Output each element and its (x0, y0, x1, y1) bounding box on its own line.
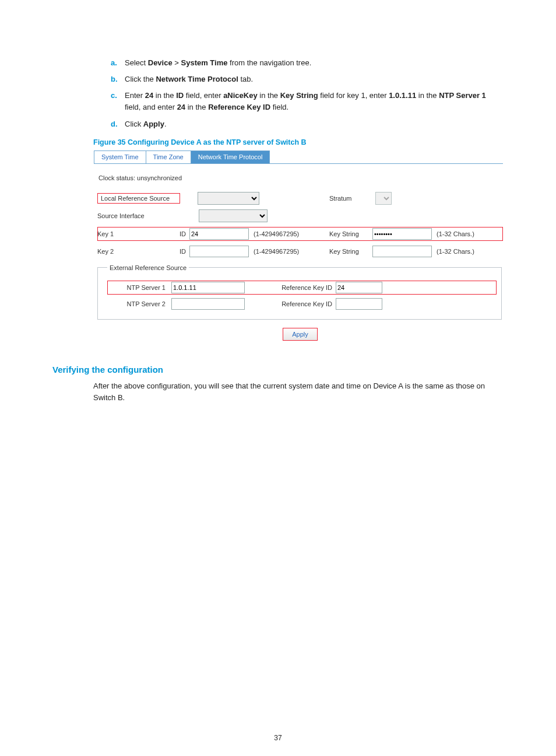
ref-key2-input[interactable] (336, 298, 382, 310)
source-interface-select[interactable] (199, 209, 268, 222)
stratum-label: Stratum (329, 195, 352, 202)
source-interface-label: Source Interface (97, 212, 178, 219)
key2-id-label: ID (152, 248, 189, 255)
step-a: a. Select Device > System Time from the … (111, 57, 504, 69)
clock-status: Clock status: unsynchronized (98, 174, 503, 181)
stratum-select[interactable] (375, 192, 392, 205)
step-c: c. Enter 24 in the ID field, enter aNice… (111, 90, 504, 113)
key2-id-hint: (1-4294967295) (249, 248, 313, 255)
key1-id-hint: (1-4294967295) (249, 230, 313, 237)
tab-time-zone[interactable]: Time Zone (146, 150, 191, 163)
ntp-server1-input[interactable] (171, 282, 245, 293)
key2-id-input[interactable] (189, 246, 249, 257)
instruction-list: a. Select Device > System Time from the … (52, 57, 504, 130)
key1-id-input[interactable] (189, 228, 249, 240)
step-d: d. Click Apply. (111, 118, 504, 130)
tab-system-time[interactable]: System Time (94, 150, 146, 163)
external-reference-fieldset: External Reference Source NTP Server 1 R… (97, 264, 502, 320)
local-ref-select[interactable] (198, 192, 259, 205)
key2-string-input[interactable] (372, 246, 432, 257)
key2-string-label: Key String (313, 248, 372, 255)
key1-label: Key 1 (97, 230, 152, 237)
section-heading: Verifying the configuration (52, 365, 504, 374)
page-number: 37 (0, 734, 556, 742)
tab-bar: System Time Time Zone Network Time Proto… (94, 150, 503, 164)
key2-label: Key 2 (97, 248, 152, 255)
screenshot-figure: System Time Time Zone Network Time Proto… (93, 150, 504, 348)
ref-key1-input[interactable] (336, 282, 382, 293)
step-b: b. Click the Network Time Protocol tab. (111, 74, 504, 85)
key1-string-hint: (1-32 Chars.) (432, 230, 496, 237)
section-body: After the above configuration, you will … (93, 380, 504, 404)
external-reference-legend: External Reference Source (107, 264, 189, 271)
ntp-server2-input[interactable] (171, 298, 245, 310)
ref-key1-label: Reference Key ID (245, 284, 336, 291)
local-ref-label: Local Reference Source (97, 193, 180, 204)
ntp-server1-label: NTP Server 1 (107, 284, 171, 291)
key1-string-input[interactable] (372, 228, 432, 240)
key1-id-label: ID (152, 230, 189, 237)
tab-ntp[interactable]: Network Time Protocol (191, 150, 270, 163)
key2-string-hint: (1-32 Chars.) (432, 248, 496, 255)
ref-key2-label: Reference Key ID (245, 300, 336, 307)
ntp-panel: Clock status: unsynchronized Local Refer… (94, 164, 503, 348)
key1-string-label: Key String (313, 230, 372, 237)
apply-button[interactable]: Apply (283, 328, 318, 341)
ntp-server2-label: NTP Server 2 (107, 300, 171, 307)
figure-caption: Figure 35 Configuring Device A as the NT… (93, 138, 504, 146)
